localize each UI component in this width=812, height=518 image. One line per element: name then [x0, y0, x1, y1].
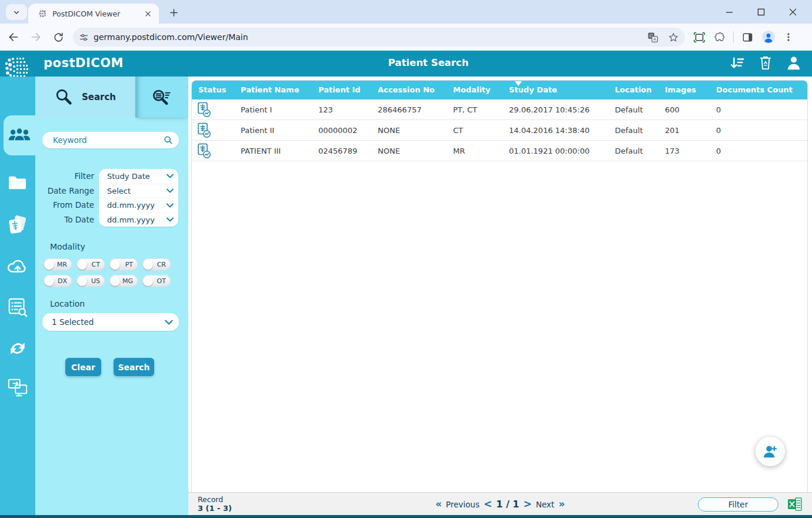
sidebar-item-order-list-search[interactable] [0, 290, 35, 325]
column-header-documents-count[interactable]: Documents Count [716, 81, 793, 99]
site-info-icon[interactable] [79, 32, 89, 42]
recycle-bin-icon[interactable] [758, 54, 773, 72]
extensions-puzzle-icon[interactable] [714, 32, 725, 43]
column-header-modality[interactable]: Modality [453, 81, 491, 99]
column-header-accession-no[interactable]: Accession No [378, 81, 435, 99]
new-tab-button[interactable] [167, 6, 180, 19]
cell-images: 201 [665, 120, 680, 141]
back-icon[interactable] [5, 28, 22, 46]
browser-menu-kebab-icon[interactable] [784, 32, 793, 42]
filter-label: Filter [35, 169, 94, 184]
first-page-icon[interactable]: « [435, 499, 442, 509]
date-range-select-value: Select [107, 187, 167, 195]
image-stack-icon [6, 214, 29, 236]
table-row-patient-2[interactable]: Patient II 00000002 NONE CT 14.04.2016 1… [192, 120, 807, 141]
to-date-value: dd.mm.yyyy [107, 215, 167, 224]
tab-advanced-search[interactable] [135, 77, 188, 118]
minimize-icon[interactable] [721, 4, 737, 19]
keyword-search-field[interactable] [42, 132, 179, 148]
to-date-select[interactable]: dd.mm.yyyy [99, 212, 178, 227]
next-page-link[interactable]: Next [536, 500, 554, 509]
modality-toggle-dx[interactable]: DX [44, 275, 72, 287]
modality-toggle-mr[interactable]: MR [44, 258, 72, 270]
toggle-knob [77, 276, 87, 286]
next-page-icon[interactable]: > [523, 499, 531, 509]
modality-toggle-us[interactable]: US [76, 275, 105, 287]
column-header-images[interactable]: Images [665, 81, 696, 99]
study-status-icon [197, 102, 212, 118]
sidebar-item-folders[interactable] [0, 165, 35, 200]
sidebar-item-remote-screens[interactable] [0, 370, 35, 405]
url-bar[interactable]: germany.postdicom.com/Viewer/Main GA [73, 28, 685, 47]
bookmark-star-icon[interactable] [668, 32, 679, 43]
advanced-search-icon [150, 87, 174, 107]
column-header-location[interactable]: Location [615, 81, 652, 99]
toolbar-divider [733, 31, 734, 43]
sidebar-item-cloud-upload[interactable] [0, 248, 35, 284]
header-action-icons [730, 54, 801, 72]
cell-modality: CT [453, 120, 463, 141]
close-window-icon[interactable] [785, 4, 800, 19]
from-date-label: From Date [35, 198, 94, 212]
modality-toggle-cr[interactable]: CR [142, 258, 171, 270]
maximize-icon[interactable] [753, 4, 768, 19]
previous-page-icon[interactable]: < [484, 499, 492, 509]
search-button[interactable]: Search [114, 358, 154, 376]
profile-avatar-icon[interactable] [761, 30, 776, 44]
filter-select[interactable]: Study Date [99, 169, 178, 184]
browser-tab[interactable]: PostDICOM Viewer [28, 4, 159, 24]
cell-location: Default [615, 120, 643, 141]
column-header-status[interactable]: Status [198, 81, 227, 99]
modality-option-label: MG [120, 277, 138, 285]
sidebar-item-patients[interactable] [4, 115, 35, 155]
column-header-patient-name[interactable]: Patient Name [241, 81, 299, 99]
browser-window: PostDICOM Viewer [0, 0, 812, 518]
translate-icon[interactable]: GA [647, 32, 658, 43]
side-panel-icon[interactable] [742, 32, 753, 43]
filter-button[interactable]: Filter [698, 497, 778, 512]
keyword-search-icon[interactable] [164, 135, 173, 145]
column-header-patient-id[interactable]: Patient Id [318, 81, 361, 99]
cell-study-date: 01.01.1921 00:00:00 [509, 141, 590, 161]
sort-order-icon[interactable] [730, 54, 745, 72]
reload-icon[interactable] [49, 28, 67, 46]
from-date-value: dd.mm.yyyy [107, 201, 167, 210]
modality-toggle-ct[interactable]: CT [76, 258, 105, 270]
modality-toggle-pt[interactable]: PT [109, 258, 138, 270]
cell-patient-id: 123 [318, 99, 333, 120]
modality-option-label: DX [54, 277, 72, 285]
toggle-knob [110, 260, 120, 270]
modality-toggle-mg[interactable]: MG [109, 275, 138, 287]
export-excel-icon[interactable] [787, 497, 803, 512]
cell-accession-no: 286466757 [378, 99, 421, 120]
keyword-input[interactable] [52, 135, 164, 145]
record-value: 3 (1 - 3) [198, 504, 232, 513]
date-range-select[interactable]: Select [99, 184, 178, 198]
forward-icon[interactable] [27, 28, 45, 46]
cell-study-date: 14.04.2016 14:38:40 [509, 120, 590, 141]
table-row-patient-3[interactable]: PATIENT III 02456789 NONE MR 01.01.1921 … [192, 141, 807, 161]
toggle-knob [77, 260, 87, 270]
modality-toggle-ot[interactable]: OT [142, 275, 171, 287]
from-date-select[interactable]: dd.mm.yyyy [99, 198, 178, 212]
sidebar-item-sync[interactable] [0, 331, 35, 366]
table-row-patient-1[interactable]: Patient I 123 286466757 PT, CT 29.06.201… [192, 99, 807, 120]
modality-option-label: OT [153, 277, 171, 285]
last-page-icon[interactable]: » [558, 499, 565, 509]
location-select[interactable]: 1 Selected [42, 313, 179, 331]
main-content: Status Patient Name Patient Id Accession… [188, 77, 812, 518]
sidebar-nav [0, 77, 35, 518]
filter-select-value: Study Date [107, 172, 167, 181]
previous-page-link[interactable]: Previous [446, 500, 480, 509]
tab-close-icon[interactable] [142, 8, 153, 19]
screen-capture-icon[interactable] [693, 32, 705, 43]
tab-simple-search[interactable]: Search [35, 77, 135, 118]
clear-button[interactable]: Clear [65, 358, 101, 376]
sidebar-item-image-stack[interactable] [0, 207, 35, 243]
tab-search-button[interactable] [6, 4, 27, 20]
add-patient-button[interactable] [756, 437, 785, 466]
user-account-icon[interactable] [786, 54, 801, 72]
search-tab-label: Search [82, 92, 116, 102]
cell-study-date: 29.06.2017 10:45:26 [509, 99, 590, 120]
cell-images: 173 [665, 141, 680, 161]
